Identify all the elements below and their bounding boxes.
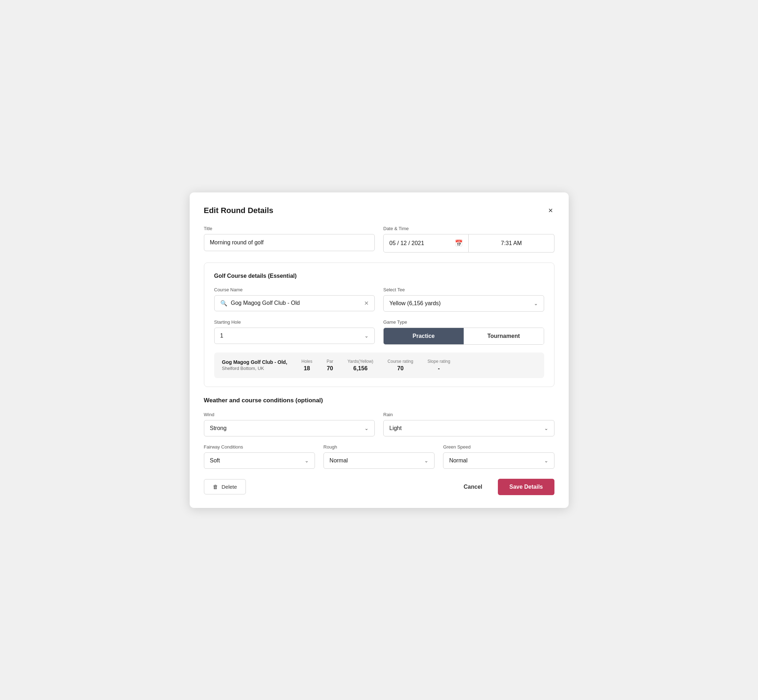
datetime-field-group: Date & Time 05 / 12 / 2021 📅 7:31 AM bbox=[383, 226, 554, 253]
search-icon: 🔍 bbox=[220, 300, 227, 306]
tournament-toggle[interactable]: Tournament bbox=[464, 328, 544, 344]
course-info-name: Gog Magog Golf Club - Old, bbox=[222, 359, 288, 365]
weather-section: Weather and course conditions (optional)… bbox=[204, 397, 554, 469]
date-value: 05 / 12 / 2021 bbox=[389, 240, 424, 247]
par-stat: Par 70 bbox=[327, 359, 334, 372]
course-rating-value: 70 bbox=[397, 365, 404, 372]
chevron-down-icon: ⌄ bbox=[365, 425, 369, 431]
fairway-group: Fairway Conditions Soft ⌄ bbox=[204, 444, 315, 469]
game-type-toggle: Practice Tournament bbox=[383, 328, 544, 345]
chevron-down-icon: ⌄ bbox=[544, 425, 548, 431]
game-type-group: Game Type Practice Tournament bbox=[383, 319, 544, 345]
golf-course-section: Golf Course details (Essential) Course N… bbox=[204, 262, 554, 387]
delete-label: Delete bbox=[222, 484, 237, 490]
chevron-down-icon: ⌄ bbox=[365, 333, 369, 339]
yards-label: Yards(Yellow) bbox=[347, 359, 373, 364]
course-info-bar: Gog Magog Golf Club - Old, Shelford Bott… bbox=[214, 353, 544, 378]
practice-toggle[interactable]: Practice bbox=[384, 328, 464, 344]
save-button[interactable]: Save Details bbox=[498, 479, 554, 495]
slope-rating-stat: Slope rating - bbox=[428, 359, 450, 372]
time-value: 7:31 AM bbox=[501, 240, 522, 247]
fairway-dropdown[interactable]: Soft ⌄ bbox=[204, 452, 315, 469]
green-speed-group: Green Speed Normal ⌄ bbox=[443, 444, 554, 469]
rough-group: Rough Normal ⌄ bbox=[324, 444, 434, 469]
yards-value: 6,156 bbox=[353, 365, 368, 372]
edit-round-modal: Edit Round Details × Title Date & Time 0… bbox=[190, 192, 568, 508]
fairway-value: Soft bbox=[210, 458, 220, 464]
rain-group: Rain Light ⌄ bbox=[383, 412, 554, 436]
holes-stat: Holes 18 bbox=[301, 359, 312, 372]
green-speed-label: Green Speed bbox=[443, 444, 554, 450]
time-input[interactable]: 7:31 AM bbox=[469, 234, 554, 253]
game-type-label: Game Type bbox=[383, 319, 544, 325]
select-tee-value: Yellow (6,156 yards) bbox=[389, 300, 440, 306]
starting-hole-label: Starting Hole bbox=[214, 319, 375, 325]
trash-icon: 🗑 bbox=[213, 484, 218, 490]
rain-label: Rain bbox=[383, 412, 554, 417]
slope-rating-value: - bbox=[438, 365, 440, 372]
top-fields: Title Date & Time 05 / 12 / 2021 📅 7:31 … bbox=[204, 226, 554, 253]
cancel-button[interactable]: Cancel bbox=[458, 480, 488, 494]
course-name-input[interactable]: 🔍 ✕ bbox=[214, 295, 375, 311]
course-info-location: Shelford Bottom, UK bbox=[222, 366, 288, 371]
chevron-down-icon: ⌄ bbox=[424, 458, 429, 464]
chevron-down-icon: ⌄ bbox=[305, 458, 309, 464]
footer-actions: 🗑 Delete Cancel Save Details bbox=[204, 479, 554, 495]
course-rating-label: Course rating bbox=[388, 359, 413, 364]
wind-value: Strong bbox=[210, 425, 227, 431]
title-label: Title bbox=[204, 226, 375, 231]
par-value: 70 bbox=[327, 365, 333, 372]
date-input[interactable]: 05 / 12 / 2021 📅 bbox=[383, 234, 469, 253]
rain-dropdown[interactable]: Light ⌄ bbox=[383, 420, 554, 436]
title-field-group: Title bbox=[204, 226, 375, 253]
select-tee-group: Select Tee Yellow (6,156 yards) ⌄ bbox=[383, 287, 544, 312]
starting-hole-dropdown[interactable]: 1 ⌄ bbox=[214, 328, 375, 344]
weather-section-title: Weather and course conditions (optional) bbox=[204, 397, 554, 404]
green-speed-value: Normal bbox=[449, 458, 468, 464]
course-rating-stat: Course rating 70 bbox=[388, 359, 413, 372]
par-label: Par bbox=[327, 359, 334, 364]
wind-label: Wind bbox=[204, 412, 375, 417]
modal-title: Edit Round Details bbox=[204, 206, 274, 215]
yards-stat: Yards(Yellow) 6,156 bbox=[347, 359, 373, 372]
holes-value: 18 bbox=[304, 365, 310, 372]
course-info-name-location: Gog Magog Golf Club - Old, Shelford Bott… bbox=[222, 359, 288, 371]
calendar-icon: 📅 bbox=[455, 239, 463, 247]
datetime-label: Date & Time bbox=[383, 226, 554, 231]
chevron-down-icon: ⌄ bbox=[534, 300, 538, 306]
wind-dropdown[interactable]: Strong ⌄ bbox=[204, 420, 375, 436]
conditions-row: Fairway Conditions Soft ⌄ Rough Normal ⌄… bbox=[204, 444, 554, 469]
green-speed-dropdown[interactable]: Normal ⌄ bbox=[443, 452, 554, 469]
delete-button[interactable]: 🗑 Delete bbox=[204, 479, 246, 494]
chevron-down-icon: ⌄ bbox=[544, 458, 548, 464]
right-actions: Cancel Save Details bbox=[458, 479, 554, 495]
rain-value: Light bbox=[389, 425, 402, 431]
wind-rain-row: Wind Strong ⌄ Rain Light ⌄ bbox=[204, 412, 554, 436]
course-name-tee-row: Course Name 🔍 ✕ Select Tee Yellow (6,156… bbox=[214, 287, 544, 312]
clear-icon[interactable]: ✕ bbox=[364, 300, 369, 306]
course-name-text[interactable] bbox=[231, 300, 361, 306]
date-time-group: 05 / 12 / 2021 📅 7:31 AM bbox=[383, 234, 554, 253]
rough-dropdown[interactable]: Normal ⌄ bbox=[324, 452, 434, 469]
title-input[interactable] bbox=[204, 234, 375, 251]
fairway-label: Fairway Conditions bbox=[204, 444, 315, 450]
hole-gametype-row: Starting Hole 1 ⌄ Game Type Practice Tou… bbox=[214, 319, 544, 345]
holes-label: Holes bbox=[301, 359, 312, 364]
rough-value: Normal bbox=[329, 458, 348, 464]
course-name-label: Course Name bbox=[214, 287, 375, 292]
wind-group: Wind Strong ⌄ bbox=[204, 412, 375, 436]
starting-hole-value: 1 bbox=[220, 333, 224, 339]
golf-course-title: Golf Course details (Essential) bbox=[214, 273, 544, 279]
select-tee-label: Select Tee bbox=[383, 287, 544, 292]
select-tee-dropdown[interactable]: Yellow (6,156 yards) ⌄ bbox=[383, 295, 544, 312]
modal-header: Edit Round Details × bbox=[204, 205, 554, 216]
course-name-group: Course Name 🔍 ✕ bbox=[214, 287, 375, 312]
starting-hole-group: Starting Hole 1 ⌄ bbox=[214, 319, 375, 345]
slope-rating-label: Slope rating bbox=[428, 359, 450, 364]
rough-label: Rough bbox=[324, 444, 434, 450]
close-button[interactable]: × bbox=[547, 205, 554, 216]
